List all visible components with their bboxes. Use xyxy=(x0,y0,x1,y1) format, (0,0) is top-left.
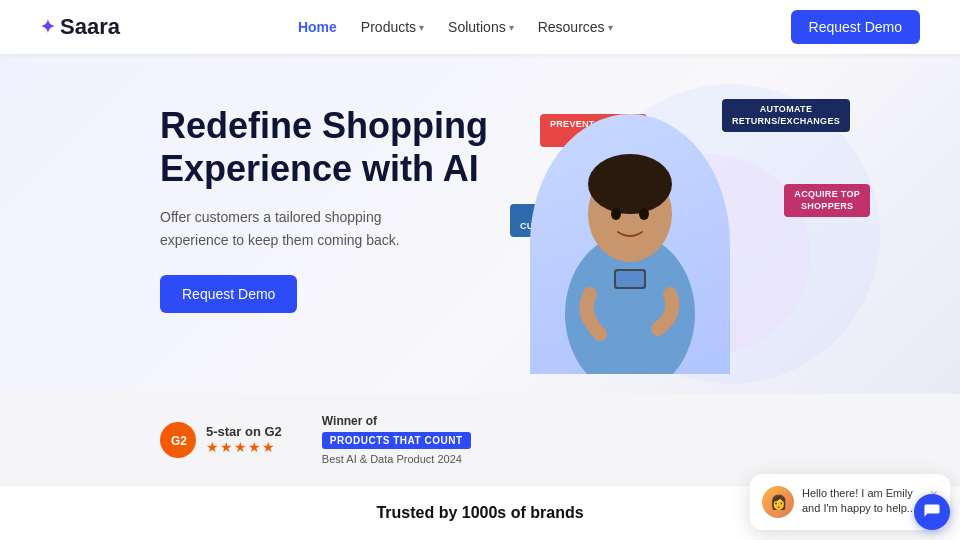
nav-home[interactable]: Home xyxy=(298,19,337,35)
logo[interactable]: ✦ Saara xyxy=(40,14,120,40)
best-ai-label: Best AI & Data Product 2024 xyxy=(322,453,471,465)
svg-text:G2: G2 xyxy=(171,434,187,448)
hero-content: Redefine Shopping Experience with AI Off… xyxy=(160,94,520,313)
awards-section: G2 5-star on G2 ★★★★★ Winner of PRODUCTS… xyxy=(0,394,960,485)
nav-links: Home Products ▾ Solutions ▾ Resources ▾ xyxy=(298,19,613,35)
hero-section: Redefine Shopping Experience with AI Off… xyxy=(0,54,960,394)
g2-badge-icon: G2 xyxy=(160,422,196,458)
hero-title: Redefine Shopping Experience with AI xyxy=(160,104,520,190)
person-silhouette xyxy=(530,114,730,374)
chevron-down-icon: ▾ xyxy=(608,22,613,33)
hero-subtitle: Offer customers a tailored shopping expe… xyxy=(160,206,440,251)
tag-acquire-shoppers: ACQUIRE TOPSHOPPERS xyxy=(784,184,870,217)
winner-award: Winner of PRODUCTS THAT COUNT Best AI & … xyxy=(322,414,471,465)
ptc-badge: PRODUCTS THAT COUNT xyxy=(322,432,471,449)
nav-resources[interactable]: Resources ▾ xyxy=(538,19,613,35)
tag-automate-returns: AUTOMATERETURNS/EXCHANGES xyxy=(722,99,850,132)
hero-illustration: PREVENT RETURNFRAUD AUTOMATERETURNS/EXCH… xyxy=(520,94,880,374)
navbar: ✦ Saara Home Products ▾ Solutions ▾ Reso… xyxy=(0,0,960,54)
nav-solutions[interactable]: Solutions ▾ xyxy=(448,19,514,35)
logo-icon: ✦ xyxy=(40,16,55,38)
g2-label: 5-star on G2 xyxy=(206,424,282,439)
winner-of-label: Winner of xyxy=(322,414,471,428)
chat-avatar: 👩 xyxy=(762,486,794,518)
chat-open-button[interactable] xyxy=(914,494,950,530)
svg-point-2 xyxy=(588,154,672,214)
chat-header: 👩 Hello there! I am Emily and I'm happy … xyxy=(762,486,938,518)
nav-request-demo-button[interactable]: Request Demo xyxy=(791,10,920,44)
nav-products[interactable]: Products ▾ xyxy=(361,19,424,35)
svg-point-3 xyxy=(611,208,621,220)
hero-request-demo-button[interactable]: Request Demo xyxy=(160,275,297,313)
svg-point-4 xyxy=(639,208,649,220)
g2-award: G2 5-star on G2 ★★★★★ xyxy=(160,422,282,458)
chevron-down-icon: ▾ xyxy=(509,22,514,33)
chevron-down-icon: ▾ xyxy=(419,22,424,33)
chat-icon xyxy=(923,503,941,521)
g2-stars: ★★★★★ xyxy=(206,439,282,455)
svg-rect-6 xyxy=(616,271,644,287)
chat-message: Hello there! I am Emily and I'm happy to… xyxy=(802,486,922,517)
brand-name: Saara xyxy=(60,14,120,40)
